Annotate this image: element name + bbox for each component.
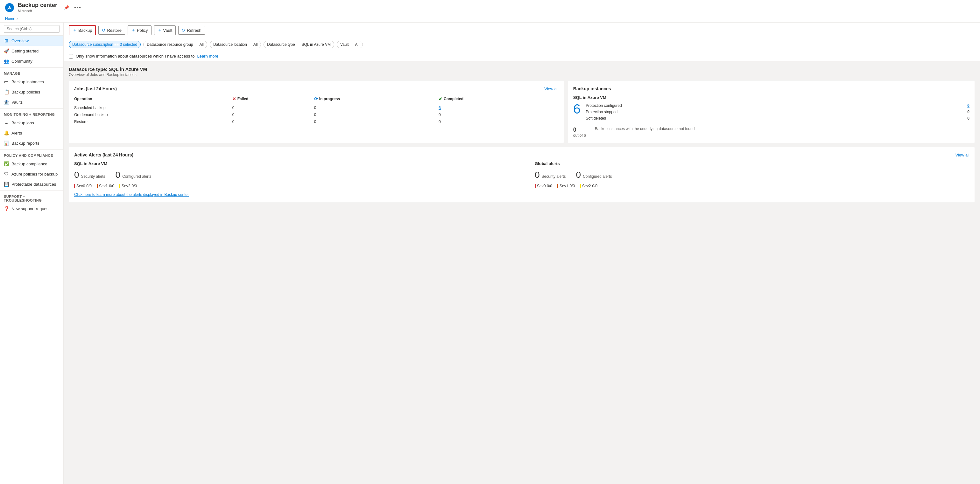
global-sev2-label: Sev2	[582, 184, 591, 188]
alerts-view-all[interactable]: View all	[955, 152, 969, 157]
table-row: Scheduled backup 0 0 6	[74, 104, 558, 112]
sev2-label: Sev2	[122, 184, 130, 188]
sidebar-item-getting-started[interactable]: 🚀 Getting started	[0, 46, 63, 56]
sidebar-item-label-azure-policies: Azure policies for backup	[11, 172, 57, 176]
in-progress-icon: ⟳	[314, 96, 318, 102]
bi-label-3: Soft deleted	[585, 116, 606, 121]
alerts-sql-counts: 0 Security alerts 0 Configured alerts	[74, 170, 509, 180]
sidebar-item-protectable-datasources[interactable]: 💾 Protectable datasources	[0, 179, 63, 189]
backup-jobs-icon: ≡	[4, 120, 9, 125]
restore-button[interactable]: ↺ Restore	[99, 26, 125, 35]
sidebar-item-backup-jobs[interactable]: ≡ Backup jobs	[0, 117, 63, 128]
job-failed-1: 0	[232, 104, 314, 112]
bi-footer: 0 out of 6 Backup instances with the und…	[573, 127, 969, 138]
sev1-value: 0/0	[109, 184, 114, 188]
jobs-col-failed: ✕ Failed	[232, 95, 314, 104]
bi-label-1: Protection configured	[585, 103, 622, 108]
sidebar-item-azure-policies[interactable]: 🛡 Azure policies for backup	[0, 169, 63, 179]
backup-plus-icon: ＋	[73, 27, 77, 33]
bi-value-1[interactable]: 6	[967, 103, 969, 108]
global-configured-label: Configured alerts	[583, 174, 612, 179]
new-support-icon: ❓	[4, 206, 9, 211]
sidebar-item-overview[interactable]: ⊞ Overview	[0, 36, 63, 46]
job-failed-2: 0	[232, 111, 314, 118]
community-icon: 👥	[4, 59, 9, 63]
refresh-button[interactable]: ⟳ Refresh	[178, 26, 205, 35]
alerts-learn-more: Click here to learn more about the alert…	[74, 192, 969, 197]
app-title: Backup center	[18, 2, 57, 9]
job-operation-1: Scheduled backup	[74, 104, 232, 112]
policy-button[interactable]: ＋ Policy	[127, 25, 151, 35]
alerts-card: Active Alerts (last 24 Hours) View all S…	[69, 147, 975, 202]
access-checkbox[interactable]	[69, 54, 73, 59]
alerts-sql-title: SQL in Azure VM	[74, 161, 509, 166]
app-subtitle: Microsoft	[18, 9, 57, 13]
jobs-col-operation: Operation	[74, 95, 232, 104]
bi-value-2: 0	[967, 110, 969, 114]
backup-button[interactable]: ＋ Backup	[69, 25, 96, 35]
filter-subscription[interactable]: Datasource subscription == 3 selected	[69, 41, 141, 48]
access-checkbox-area: Only show information about datasources …	[64, 51, 980, 61]
jobs-card-title: Jobs (last 24 Hours)	[74, 86, 117, 91]
more-icon[interactable]: •••	[74, 5, 81, 11]
global-sev1: Sev1 0/0	[557, 184, 575, 188]
pin-icon[interactable]: 📌	[64, 5, 69, 10]
bi-sql-label: SQL in Azure VM	[573, 95, 969, 100]
filter-location[interactable]: Datasource location == All	[210, 41, 261, 48]
filter-vault[interactable]: Vault == All	[337, 41, 363, 48]
datasource-subtitle: Overview of Jobs and Backup instances	[69, 73, 975, 77]
global-sev0-label: Sev0	[537, 184, 546, 188]
cards-row-1: Jobs (last 24 Hours) View all Operation …	[69, 81, 975, 143]
search-input[interactable]	[4, 25, 59, 33]
bi-footer-out-of: out of 6	[573, 133, 586, 138]
table-row: On-demand backup 0 0 0	[74, 111, 558, 118]
refresh-button-label: Refresh	[187, 28, 202, 33]
sidebar-item-vaults[interactable]: 🏦 Vaults	[0, 97, 63, 107]
sidebar-item-backup-reports[interactable]: 📊 Backup reports	[0, 138, 63, 148]
global-sev1-label: Sev1	[560, 184, 568, 188]
learn-more-link[interactable]: Learn more.	[197, 54, 220, 59]
job-completed-3: 0	[439, 118, 558, 125]
alerts-card-title: Active Alerts (last 24 Hours)	[74, 152, 134, 157]
bi-footer-num: 0	[573, 127, 576, 133]
job-operation-2: On-demand backup	[74, 111, 232, 118]
bi-details: Protection configured 6 Protection stopp…	[585, 102, 969, 122]
sev0-value: 0/0	[86, 184, 92, 188]
sql-sev1: Sev1 0/0	[97, 184, 114, 188]
backup-button-label: Backup	[78, 28, 92, 33]
sidebar-item-backup-instances[interactable]: 🗃 Backup instances	[0, 77, 63, 87]
sidebar-item-new-support[interactable]: ❓ New support request	[0, 203, 63, 214]
vault-plus-icon: ＋	[158, 27, 162, 33]
alerts-card-header: Active Alerts (last 24 Hours) View all	[74, 152, 969, 157]
filter-resource-group[interactable]: Datasource resource group == All	[143, 41, 207, 48]
sidebar-item-label-overview: Overview	[11, 38, 29, 43]
sidebar-item-label-backup-compliance: Backup compliance	[11, 162, 48, 166]
global-sev-row: Sev0 0/0 Sev1 0/0 Sev2 0/0	[535, 184, 969, 188]
breadcrumb-separator: ›	[17, 16, 18, 21]
vault-button[interactable]: ＋ Vault	[154, 25, 176, 35]
azure-policies-icon: 🛡	[4, 171, 9, 176]
jobs-view-all[interactable]: View all	[544, 87, 558, 91]
alerts-global-title: Global alerts	[535, 161, 969, 166]
job-completed-1[interactable]: 6	[439, 104, 558, 112]
sidebar-item-label-new-support: New support request	[11, 206, 50, 211]
section-label-policy: Policy and compliance	[0, 149, 63, 159]
filter-type[interactable]: Datasource type == SQL in Azure VM	[264, 41, 334, 48]
completed-icon: ✔	[439, 96, 442, 102]
sev1-label: Sev1	[99, 184, 108, 188]
access-checkbox-label: Only show information about datasources …	[76, 54, 195, 59]
sev0-label: Sev0	[76, 184, 85, 188]
overview-icon: ⊞	[4, 38, 9, 43]
sql-security-label: Security alerts	[81, 174, 105, 179]
sidebar-item-alerts[interactable]: 🔔 Alerts	[0, 128, 63, 138]
sidebar-item-backup-compliance[interactable]: ✅ Backup compliance	[0, 159, 63, 169]
backup-compliance-icon: ✅	[4, 161, 9, 166]
sidebar-item-community[interactable]: 👥 Community	[0, 56, 63, 66]
sidebar-item-label-vaults: Vaults	[11, 100, 22, 105]
backup-reports-icon: 📊	[4, 141, 9, 146]
sidebar-item-label-backup-jobs: Backup jobs	[11, 121, 34, 125]
breadcrumb-home[interactable]: Home	[5, 16, 15, 21]
alerts-learn-more-link[interactable]: Click here to learn more about the alert…	[74, 192, 189, 197]
sidebar-item-backup-policies[interactable]: 📋 Backup policies	[0, 87, 63, 97]
sev2-bar	[119, 184, 120, 188]
